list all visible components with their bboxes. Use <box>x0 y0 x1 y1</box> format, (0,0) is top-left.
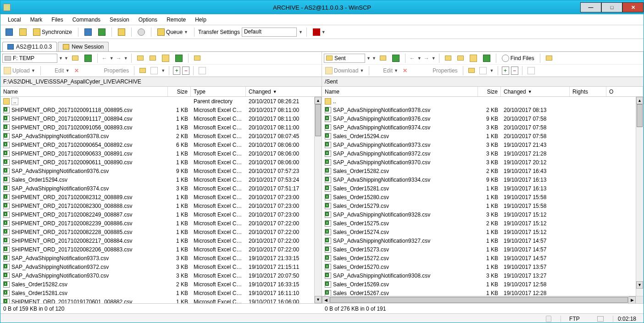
table-row[interactable]: Sales_Order15274.csv1 KB19/10/2017 15:12 <box>322 228 636 236</box>
properties-button[interactable]: Properties <box>422 67 459 75</box>
disconnect-button[interactable]: ▼ <box>311 27 328 37</box>
sites-button[interactable] <box>17 27 29 37</box>
menu-mark[interactable]: Mark <box>27 16 46 24</box>
scroll-thumb[interactable] <box>315 104 321 136</box>
table-row[interactable]: Sales_Order15281.csv1 KB19/10/2017 16:13 <box>322 184 636 193</box>
upload-button[interactable]: Upload▼ <box>2 67 37 75</box>
bookmark-button[interactable] <box>192 54 203 62</box>
remote-file-list[interactable]: ..SAP_AdvaShippingNotification9378.csv2 … <box>322 97 643 296</box>
scrollbar-h[interactable]: ◀ ▶ <box>322 296 643 303</box>
delete-button[interactable]: ✕ <box>73 67 80 74</box>
menu-local[interactable]: Local <box>4 16 25 24</box>
table-row[interactable]: Sales_Order15273.csv1 KB19/10/2017 14:57 <box>322 245 636 254</box>
scroll-down-button[interactable]: ▼ <box>636 281 643 289</box>
table-row[interactable]: SHIPMENT_ORD_20171020082249_008887.csv1 … <box>0 210 314 219</box>
table-row[interactable]: SHIPMENT_ORD_20171019170601_008882.csv1 … <box>0 297 314 303</box>
settings-button[interactable] <box>135 27 147 37</box>
table-row[interactable]: SHIPMENT_ORD_20171020082228_008885.csv1 … <box>0 228 314 236</box>
toolbar-button[interactable] <box>82 27 94 37</box>
refresh-button[interactable] <box>390 53 402 63</box>
new-session-button[interactable] <box>3 27 15 37</box>
properties-button[interactable]: Properties <box>94 67 131 75</box>
table-row[interactable]: SHIPMENT_ORD_20171020082239_008886.csv1 … <box>0 219 314 228</box>
minus-button[interactable]: − <box>182 67 189 75</box>
home-button[interactable] <box>160 53 172 63</box>
table-row[interactable]: SHIPMENT_ORD_20171020091056_008893.csv1 … <box>0 123 314 132</box>
col-size[interactable]: Size <box>168 87 191 96</box>
filter-button[interactable] <box>526 67 536 75</box>
edit-button[interactable]: Edit▼ <box>373 67 400 75</box>
new-file-button[interactable] <box>149 67 159 75</box>
table-row[interactable]: SAP_AdvaShippingNotification9372.csv3 KB… <box>322 149 636 158</box>
table-row[interactable]: SHIPMENT_ORD_20171020082300_008888.csv1 … <box>0 201 314 210</box>
table-row[interactable]: SHIPMENT_ORD_20171020082217_008884.csv1 … <box>0 236 314 245</box>
table-row[interactable]: SAP_AdvaShippingNotification9374.csv3 KB… <box>322 123 636 132</box>
table-row[interactable]: SHIPMENT_ORD_20171020091118_008895.csv1 … <box>0 106 314 114</box>
menu-commands[interactable]: Commands <box>69 16 104 24</box>
scroll-down-button[interactable]: ▼ <box>315 296 322 303</box>
menu-remote[interactable]: Remote <box>163 16 189 24</box>
folder-button[interactable] <box>443 54 454 62</box>
table-row[interactable]: SAP_AdvaShippingNotification9370.csv3 KB… <box>322 158 636 167</box>
minus-button[interactable]: − <box>511 67 518 75</box>
scroll-thumb-h[interactable] <box>330 297 628 303</box>
open-folder-button[interactable] <box>70 54 81 62</box>
toolbar-button[interactable] <box>96 27 108 37</box>
table-row[interactable]: Sales_Order15267.csv1 KB19/10/2017 12:28 <box>322 289 636 296</box>
forward-button[interactable]: → <box>423 55 430 61</box>
edit-button[interactable]: Edit▼ <box>44 67 71 75</box>
parent-row[interactable]: ..Parent directory20/10/2017 08:26:21 <box>0 97 314 106</box>
table-row[interactable]: SAP_AdvaShippingNotification9378.csv2 KB… <box>0 132 314 140</box>
table-row[interactable]: SAP_AdvaShippingNotification9376.csv9 KB… <box>0 167 314 175</box>
table-row[interactable]: SAP_AdvaShippingNotification9378.csv2 KB… <box>322 106 636 114</box>
transfer-settings-select[interactable]: Default <box>242 28 297 37</box>
col-changed[interactable]: Changed▼ <box>246 87 322 96</box>
table-row[interactable]: SAP_AdvaShippingNotification9374.csv3 KB… <box>0 184 314 193</box>
table-row[interactable]: SAP_AdvaShippingNotification9308.csv3 KB… <box>322 271 636 280</box>
col-size[interactable]: Size <box>478 87 501 96</box>
filter-button[interactable] <box>197 67 207 75</box>
scroll-left-button[interactable]: ◀ <box>322 296 329 304</box>
table-row[interactable]: SAP_AdvaShippingNotification9373.csv3 KB… <box>0 254 314 262</box>
table-row[interactable]: Sales_Order15272.csv1 KB19/10/2017 14:57 <box>322 254 636 262</box>
scroll-up-button[interactable]: ▲ <box>636 97 643 104</box>
scrollbar[interactable]: ▲ ▼ <box>636 97 643 296</box>
table-row[interactable]: Sales_Order15280.csv1 KB19/10/2017 15:58 <box>322 193 636 201</box>
table-row[interactable]: SHIPMENT_ORD_20171020082206_008883.csv1 … <box>0 245 314 254</box>
forward-button[interactable]: → <box>115 55 122 61</box>
col-changed[interactable]: Changed▼ <box>501 87 570 96</box>
folder-selector[interactable]: Sent <box>324 54 365 63</box>
table-row[interactable]: SHIPMENT_ORD_20171020090633_008891.csv1 … <box>0 149 314 158</box>
table-row[interactable]: SAP_AdvaShippingNotification9334.csv9 KB… <box>322 175 636 184</box>
scroll-up-button[interactable]: ▲ <box>315 97 322 104</box>
table-row[interactable]: Sales_Order15282.csv2 KB19/10/2017 16:43 <box>322 167 636 175</box>
menu-files[interactable]: Files <box>48 16 67 24</box>
download-button[interactable]: Download▼ <box>324 67 365 75</box>
sync-button[interactable]: Synchronize <box>31 27 74 37</box>
local-file-list[interactable]: ..Parent directory20/10/2017 08:26:21SHI… <box>0 97 322 303</box>
refresh-button[interactable] <box>173 53 185 63</box>
home-button[interactable] <box>467 53 479 63</box>
minimize-button[interactable]: — <box>580 2 601 12</box>
back-button[interactable]: ← <box>409 55 416 61</box>
new-folder-button[interactable] <box>467 67 476 73</box>
table-row[interactable]: Sales_Order15281.csv1 KBMicrosoft Excel … <box>0 289 314 297</box>
refresh-button[interactable] <box>481 53 493 63</box>
table-row[interactable]: Sales_Order15279.csv1 KB19/10/2017 15:58 <box>322 201 636 210</box>
new-file-button[interactable] <box>478 67 488 75</box>
scrollbar[interactable]: ▲ ▼ <box>314 97 322 303</box>
toolbar-button[interactable] <box>116 27 128 37</box>
close-button[interactable]: ✕ <box>622 2 644 12</box>
table-row[interactable]: SAP_AdvaShippingNotification9372.csv3 KB… <box>0 262 314 271</box>
col-name[interactable]: Name <box>322 87 478 96</box>
table-row[interactable]: Sales_Order15282.csv2 KBMicrosoft Excel … <box>0 280 314 289</box>
table-row[interactable]: SHIPMENT_ORD_20171020090654_008892.csv6 … <box>0 140 314 149</box>
menu-help[interactable]: Help <box>191 16 210 24</box>
table-row[interactable]: SAP_AdvaShippingNotification9370.csv3 KB… <box>0 271 314 280</box>
table-row[interactable]: SAP_AdvaShippingNotification9328.csv3 KB… <box>322 210 636 219</box>
refresh-button[interactable] <box>82 53 94 63</box>
menu-session[interactable]: Session <box>106 16 133 24</box>
table-row[interactable]: SAP_AdvaShippingNotification9327.csv1 KB… <box>322 236 636 245</box>
queue-button[interactable]: Queue▼ <box>155 27 190 37</box>
table-row[interactable]: SHIPMENT_ORD_20171020082312_008889.csv1 … <box>0 193 314 201</box>
